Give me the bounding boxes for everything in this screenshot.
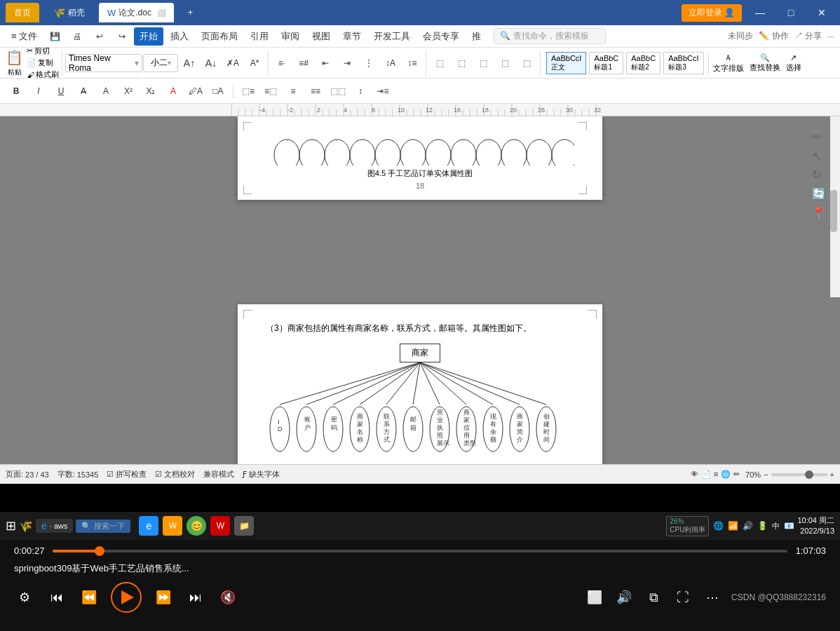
justify-btn[interactable]: ⬚ bbox=[494, 53, 515, 74]
special-format-btn[interactable]: A* bbox=[244, 53, 265, 74]
font-color-btn[interactable]: A bbox=[95, 81, 116, 102]
superscript-btn[interactable]: X² bbox=[118, 81, 139, 102]
para-spacing[interactable]: ↕ bbox=[350, 81, 371, 102]
menu-file[interactable]: ≡ 文件 bbox=[6, 27, 43, 46]
taskbar-search-box[interactable]: 🔍 搜索一下 bbox=[76, 520, 130, 533]
find-replace-btn[interactable]: 🔍查找替换 bbox=[750, 53, 780, 73]
view-outline-btn[interactable]: ≡ bbox=[714, 470, 718, 479]
taskbar-ie-btn[interactable]: e · aws bbox=[36, 519, 73, 533]
search-command-input[interactable]: 🔍 查找命令，搜索模板 bbox=[494, 28, 606, 44]
numbered-list-btn[interactable]: ≡# bbox=[293, 53, 314, 74]
select-btn[interactable]: ↗选择 bbox=[786, 53, 801, 73]
outdent-btn[interactable]: ⇤ bbox=[315, 53, 336, 74]
decrease-font-btn[interactable]: A↓ bbox=[201, 53, 222, 74]
video-progress-bar[interactable] bbox=[53, 550, 787, 552]
copy-btn[interactable]: 📄 复制 bbox=[27, 57, 59, 68]
underline-btn[interactable]: U bbox=[50, 81, 72, 102]
style-h1[interactable]: AaBbC 标题1 bbox=[589, 52, 623, 74]
align-right-btn[interactable]: ⬚ bbox=[473, 53, 494, 74]
view-page-btn[interactable]: 📄 bbox=[701, 470, 711, 479]
network-icon[interactable]: 🌐 bbox=[713, 521, 724, 531]
mail-icon[interactable]: 📧 bbox=[784, 521, 794, 531]
close-button[interactable]: ✕ bbox=[809, 3, 834, 22]
strikethrough-btn[interactable]: A̶ bbox=[73, 81, 94, 102]
missing-font[interactable]: Ƒ 缺失字体 bbox=[243, 469, 280, 480]
video-volume-icon[interactable]: 🔊 bbox=[614, 587, 635, 608]
increase-font-btn[interactable]: A↑ bbox=[179, 53, 200, 74]
align-center-btn[interactable]: ⬚ bbox=[451, 53, 472, 74]
minimize-button[interactable]: — bbox=[747, 3, 773, 22]
menu-start[interactable]: 开始 bbox=[134, 27, 163, 46]
taskbar-wps-icon2[interactable]: W bbox=[163, 516, 182, 536]
video-forward-btn[interactable]: ⏩ bbox=[153, 587, 174, 608]
menu-chapter[interactable]: 章节 bbox=[337, 27, 367, 46]
font-name-selector[interactable]: Times New Roma ▾ bbox=[65, 54, 142, 72]
menu-view[interactable]: 视图 bbox=[306, 27, 336, 46]
align-c[interactable]: ≡⬚ bbox=[260, 81, 281, 102]
zoom-slider[interactable] bbox=[771, 473, 827, 476]
list-indent[interactable]: ⇥≡ bbox=[372, 81, 393, 102]
align-j[interactable]: ≡≡ bbox=[305, 81, 326, 102]
side-refresh-icon[interactable]: 🔄 bbox=[812, 187, 826, 201]
toolbar-save[interactable]: 💾 bbox=[44, 26, 65, 47]
style-h2[interactable]: AaBbC 标题2 bbox=[626, 52, 661, 74]
spell-check-status[interactable]: ☑ 拼写检查 bbox=[107, 469, 147, 480]
menu-layout[interactable]: 页面布局 bbox=[196, 27, 243, 46]
line-spacing-btn[interactable]: ↕≡ bbox=[402, 53, 423, 74]
clear-format-btn[interactable]: ✗A bbox=[222, 53, 243, 74]
video-progress-thumb[interactable] bbox=[95, 546, 104, 556]
toolbar-undo[interactable]: ↩ bbox=[89, 26, 110, 47]
taskbar-wps-icon[interactable]: 🌾 bbox=[19, 520, 33, 533]
video-more-btn[interactable]: ⋯ bbox=[702, 587, 723, 608]
bold-btn[interactable]: B bbox=[6, 81, 27, 102]
wifi-icon[interactable]: 📶 bbox=[728, 521, 738, 531]
align-d[interactable]: ⬚⬚ bbox=[327, 81, 348, 102]
taskbar-office-icon[interactable]: W bbox=[210, 516, 230, 536]
video-back-btn[interactable]: ⏪ bbox=[79, 587, 100, 608]
side-location-icon[interactable]: 📍 bbox=[812, 206, 826, 219]
add-tab-btn[interactable]: + bbox=[179, 3, 201, 22]
toolbar-print[interactable]: 🖨 bbox=[67, 26, 88, 47]
compat-mode[interactable]: 兼容模式 bbox=[203, 469, 234, 480]
menu-member[interactable]: 会员专享 bbox=[417, 27, 465, 46]
side-cursor-icon[interactable]: ↖ bbox=[812, 149, 826, 163]
side-rotate-icon[interactable]: ↻ bbox=[812, 168, 826, 182]
align-l[interactable]: ⬚≡ bbox=[238, 81, 259, 102]
font-color-2[interactable]: A bbox=[163, 81, 184, 102]
paste-btn[interactable]: 📋 bbox=[6, 49, 23, 66]
video-mute-btn[interactable]: 🔇 bbox=[217, 587, 238, 608]
font-size-selector[interactable]: 小二 ▾ bbox=[143, 54, 178, 72]
taskbar-pacman-icon[interactable]: 😊 bbox=[187, 516, 206, 536]
zoom-out-btn[interactable]: − bbox=[764, 470, 768, 479]
zoom-in-btn[interactable]: + bbox=[830, 470, 834, 479]
cut-btn[interactable]: ✂ 剪切 bbox=[27, 48, 59, 56]
doc-verify-status[interactable]: ☑ 文档校对 bbox=[155, 469, 195, 480]
text-arrange-btn[interactable]: Ａ文字排版 bbox=[708, 53, 744, 74]
align-left-btn[interactable]: ⬚ bbox=[429, 53, 450, 74]
video-play-btn[interactable] bbox=[111, 582, 142, 613]
view-focus-btn[interactable]: ✏ bbox=[733, 470, 740, 479]
menu-reference[interactable]: 引用 bbox=[245, 27, 274, 46]
vertical-scrollbar[interactable] bbox=[830, 116, 840, 297]
style-h3[interactable]: AaBbCcI 标题3 bbox=[663, 52, 703, 74]
menu-review[interactable]: 审阅 bbox=[276, 27, 305, 46]
more-btn[interactable]: ··· bbox=[827, 32, 834, 41]
video-fullscreen-btn[interactable]: ⛶ bbox=[672, 587, 693, 608]
video-pip-btn[interactable]: ⧉ bbox=[643, 587, 664, 608]
collaborate-btn[interactable]: ✏️ 协作 bbox=[759, 30, 788, 42]
system-clock[interactable]: 10:04 周二 2022/9/13 bbox=[797, 515, 834, 537]
view-web-btn[interactable]: 🌐 bbox=[721, 470, 731, 479]
indent-btn[interactable]: ⇥ bbox=[337, 53, 358, 74]
text-direction-btn[interactable]: ↕A bbox=[380, 53, 401, 74]
bullet-list-btn[interactable]: ≡· bbox=[271, 53, 292, 74]
tab-doc[interactable]: W 论文.doc ⬜ bbox=[99, 3, 174, 22]
toolbar-redo[interactable]: ↪ bbox=[111, 26, 133, 47]
char-border-btn[interactable]: □A bbox=[208, 81, 229, 102]
align-column-btn[interactable]: ⬚ bbox=[516, 53, 537, 74]
format-painter-btn[interactable]: 🖌 格式刷 bbox=[27, 69, 59, 79]
scrollbar-thumb[interactable] bbox=[830, 190, 837, 232]
highlight-btn[interactable]: 🖊A bbox=[185, 81, 206, 102]
windows-start-btn[interactable]: ⊞ bbox=[6, 518, 16, 534]
menu-devtools[interactable]: 开发工具 bbox=[368, 27, 416, 46]
ime-status[interactable]: 中 bbox=[772, 521, 780, 531]
